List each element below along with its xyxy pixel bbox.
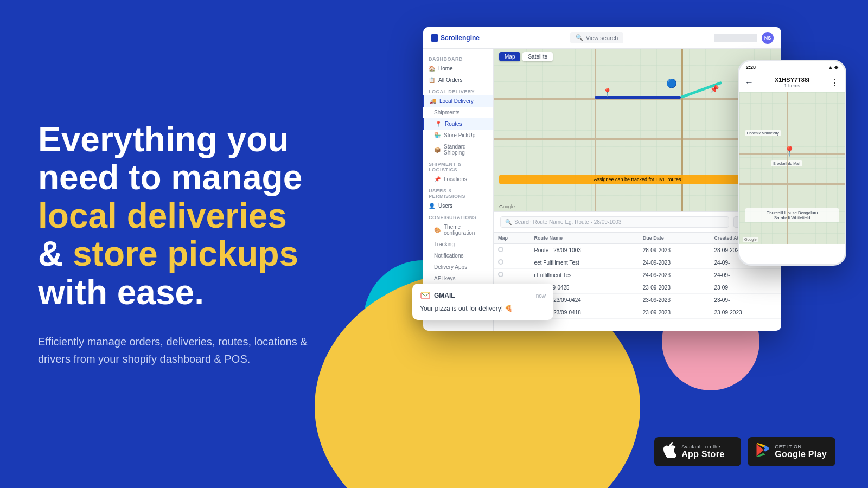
route-select-radio[interactable] bbox=[498, 259, 503, 265]
phone-map: Churchill House BengaluruSarahali Whitef… bbox=[739, 92, 845, 244]
sidebar-item-home[interactable]: 🏠 Home bbox=[423, 63, 493, 74]
phone-google-label: Google bbox=[743, 237, 758, 242]
route-due-cell: 23-09-2023 bbox=[639, 306, 710, 319]
nav-theme-label: Theme configuration bbox=[444, 224, 488, 236]
phone-header: ← X1HSY7T88I 1 Items ⋮ bbox=[739, 73, 845, 92]
apple-badge-text: Available on the App Store bbox=[681, 444, 724, 459]
table-row[interactable]: i Fulfillment Test 24-09-2023 24-09- bbox=[494, 269, 781, 281]
headline-line2: need to manage bbox=[38, 158, 302, 197]
delivery-icon: 🚚 bbox=[430, 98, 436, 104]
road-vertical-1 bbox=[595, 49, 596, 211]
users-icon: 👤 bbox=[429, 203, 435, 209]
map-tabs: Map Satellite bbox=[499, 52, 553, 61]
route-select-radio[interactable] bbox=[498, 247, 503, 252]
route-map-cell bbox=[494, 256, 530, 269]
gmail-sender-text: GMAIL bbox=[434, 292, 455, 299]
nav-local-delivery-label: Local Delivery bbox=[439, 98, 474, 104]
phone-signal-icon: ▲ ◆ bbox=[828, 65, 838, 70]
google-play-icon bbox=[756, 443, 769, 460]
route-due-cell: 24-09-2023 bbox=[639, 269, 710, 281]
user-avatar[interactable]: NS bbox=[762, 32, 774, 44]
sidebar-item-standard-shipping[interactable]: 📦 Standard Shipping bbox=[423, 141, 493, 158]
phone-status-bar: 2:28 ▲ ◆ bbox=[739, 61, 845, 73]
map-google-label: Google bbox=[499, 204, 515, 209]
dashboard-topbar: Scrollengine 🔍 View search NS bbox=[423, 27, 781, 49]
route-name-cell: i Fulfillment Test bbox=[530, 269, 639, 281]
nav-shipments-label: Shipments bbox=[434, 110, 459, 115]
headline-highlight2: store pickups bbox=[73, 234, 298, 273]
home-icon: 🏠 bbox=[429, 66, 435, 72]
dashboard-search[interactable]: 🔍 View search bbox=[570, 32, 624, 43]
gmail-time: now bbox=[536, 293, 546, 299]
phone-mockup: 2:28 ▲ ◆ ← X1HSY7T88I 1 Items ⋮ Churchil… bbox=[738, 60, 846, 266]
phone-location-label: Churchill House BengaluruSarahali Whitef… bbox=[745, 208, 839, 222]
logo-text: Scrollengine bbox=[441, 34, 480, 42]
phone-poi-label1: Phoenix Marketcity bbox=[745, 130, 781, 136]
sidebar-item-api-keys[interactable]: API keys bbox=[423, 273, 493, 284]
headline-line4: with ease. bbox=[38, 273, 204, 312]
nav-notifications-label: Notifications bbox=[434, 253, 463, 259]
nav-orders-label: All Orders bbox=[438, 77, 462, 83]
route-due-cell: 28-09-2023 bbox=[639, 244, 710, 256]
phone-time: 2:28 bbox=[746, 65, 756, 70]
phone-title-area: X1HSY7T88I 1 Items bbox=[775, 76, 809, 88]
sidebar-item-store-pickup[interactable]: 🏪 Store PickUp bbox=[423, 130, 493, 141]
phone-road-h2 bbox=[739, 183, 845, 185]
route-map-cell bbox=[494, 269, 530, 281]
sidebar-item-locations[interactable]: 📌 Locations bbox=[423, 174, 493, 185]
sidebar-item-delivery-apps[interactable]: Delivery Apps bbox=[423, 261, 493, 273]
search-icon: 🔍 bbox=[576, 34, 583, 41]
svg-rect-0 bbox=[420, 290, 431, 301]
google-play-badge-bottom: Google Play bbox=[775, 450, 827, 459]
routes-search-input[interactable]: 🔍 Search Route Name Eg. Route - 28/09-10… bbox=[500, 216, 729, 228]
map-pin-1: 📍 bbox=[603, 88, 612, 97]
sidebar-item-users[interactable]: 👤 Users bbox=[423, 200, 493, 211]
gmail-notification: GMAIL now Your pizza is out for delivery… bbox=[412, 284, 553, 320]
sidebar-item-all-orders[interactable]: 📋 All Orders bbox=[423, 74, 493, 86]
dashboard-topbar-right: NS bbox=[714, 32, 774, 44]
routes-icon: 📍 bbox=[435, 121, 442, 127]
phone-back-button[interactable]: ← bbox=[745, 78, 754, 87]
apple-badge-bottom: App Store bbox=[681, 450, 724, 459]
route-due-cell: 23-09-2023 bbox=[639, 294, 710, 306]
gmail-message: Your pizza is out for delivery! 🍕 bbox=[420, 304, 546, 313]
sidebar-item-local-delivery[interactable]: 🚚 Local Delivery bbox=[423, 95, 493, 107]
headline-highlight1: local deliveries bbox=[38, 196, 287, 235]
nav-tracking-label: Tracking bbox=[434, 241, 455, 247]
table-row[interactable]: eet Fulfillment Test 24-09-2023 24-09- bbox=[494, 256, 781, 269]
map-tab-satellite[interactable]: Satellite bbox=[522, 52, 553, 61]
logo-icon bbox=[431, 34, 438, 42]
orders-icon: 📋 bbox=[429, 77, 435, 83]
map-info-banner: Assignee can be tracked for LIVE routes bbox=[499, 175, 776, 184]
routes-search-icon: 🔍 bbox=[505, 219, 512, 225]
map-pin-2: 🔵 bbox=[666, 78, 677, 88]
left-content-area: Everything you need to manage local deli… bbox=[0, 0, 358, 488]
nav-section-local-delivery: Local Delivery bbox=[423, 86, 493, 95]
sidebar-item-theme[interactable]: 🎨 Theme configuration bbox=[423, 221, 493, 239]
map-pin-3: 📌 bbox=[710, 85, 719, 93]
app-badges: Available on the App Store GET IT ON Goo… bbox=[654, 437, 835, 466]
google-play-badge-text: GET IT ON Google Play bbox=[775, 444, 827, 459]
phone-menu-icon[interactable]: ⋮ bbox=[831, 78, 839, 88]
google-play-badge[interactable]: GET IT ON Google Play bbox=[748, 437, 835, 466]
map-tab-map[interactable]: Map bbox=[499, 52, 520, 61]
route-created-cell: 23-09-2023 bbox=[710, 306, 781, 319]
store-icon: 🏪 bbox=[434, 132, 441, 138]
phone-subtitle: 1 Items bbox=[775, 83, 809, 88]
route-select-radio[interactable] bbox=[498, 272, 503, 277]
apple-badge-top: Available on the bbox=[681, 444, 724, 450]
headline-ampersand: & bbox=[38, 234, 73, 273]
nav-users-label: Users bbox=[438, 203, 452, 209]
apple-app-store-badge[interactable]: Available on the App Store bbox=[654, 437, 741, 466]
right-content-area: GMAIL now Your pizza is out for delivery… bbox=[423, 27, 835, 363]
nav-section-configurations: Configurations bbox=[423, 211, 493, 221]
phone-road-v1 bbox=[787, 92, 788, 244]
subtext: Efficiently manage orders, deliveries, r… bbox=[38, 333, 320, 368]
sidebar-item-shipments[interactable]: Shipments bbox=[423, 107, 493, 118]
sidebar-item-notifications[interactable]: Notifications bbox=[423, 250, 493, 261]
search-placeholder: View search bbox=[586, 35, 618, 41]
road-vertical-2 bbox=[681, 49, 683, 211]
locations-icon: 📌 bbox=[434, 176, 441, 182]
sidebar-item-tracking[interactable]: Tracking bbox=[423, 239, 493, 250]
sidebar-item-routes[interactable]: 📍 Routes bbox=[423, 118, 493, 130]
